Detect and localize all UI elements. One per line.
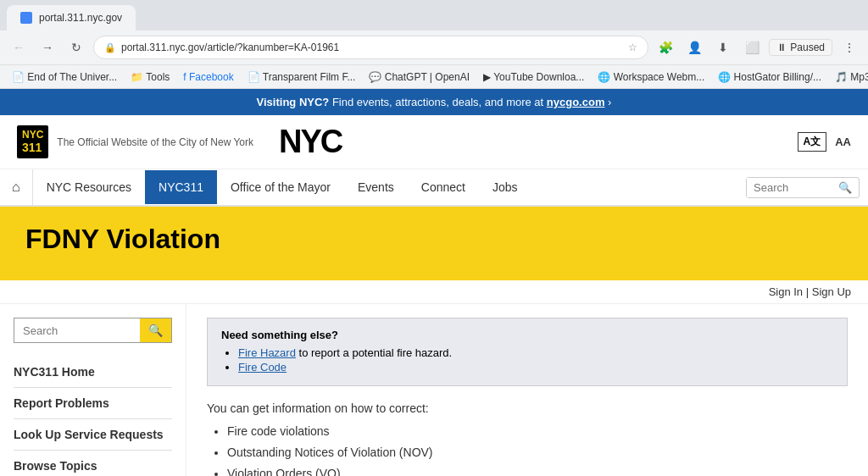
notice-box: Need something else? Fire Hazard to repo… xyxy=(207,318,848,386)
nav-item-nyc311[interactable]: NYC311 xyxy=(145,170,217,204)
nycgo-link[interactable]: nycgo.com xyxy=(547,96,605,108)
nav-item-jobs[interactable]: Jobs xyxy=(479,170,531,204)
browser-chrome: portal.311.nyc.gov ← → ↻ 🔒 portal.311.ny… xyxy=(0,0,868,89)
main-nav: ⌂ NYC Resources NYC311 Office of the May… xyxy=(0,169,868,207)
sidebar-item-browse-topics[interactable]: Browse Topics xyxy=(14,451,172,476)
translate-button[interactable]: A文 xyxy=(798,132,827,152)
bookmark-mp3[interactable]: 🎵 Mp3 Converter - Y... xyxy=(830,69,868,85)
split-button[interactable]: ⬜ xyxy=(740,36,764,59)
info-item-1: Fire code violations xyxy=(227,423,848,440)
tab-title: portal.311.nyc.gov xyxy=(39,12,122,24)
paused-button[interactable]: ⏸ Paused xyxy=(769,39,832,56)
info-list: Fire code violations Outstanding Notices… xyxy=(207,423,848,476)
lock-icon: 🔒 xyxy=(104,42,116,53)
fire-hazard-text: to report a potential fire hazard. xyxy=(299,346,453,359)
official-text: The Official Website of the City of New … xyxy=(57,136,253,148)
bookmark-workspace[interactable]: 🌐 Workspace Webm... xyxy=(593,69,709,85)
intro-text: You can get information on how to correc… xyxy=(207,400,848,476)
fire-code-link[interactable]: Fire Code xyxy=(238,361,287,374)
sidebar: 🔍 NYC311 Home Report Problems Look Up Se… xyxy=(0,304,186,476)
tab-bar: portal.311.nyc.gov xyxy=(0,0,868,30)
page-title: FDNY Violation xyxy=(25,224,843,255)
bookmarks-bar: 📄 End of The Univer... 📁 Tools f Faceboo… xyxy=(0,64,868,88)
address-bar[interactable]: 🔒 portal.311.nyc.gov/article/?kanumber=K… xyxy=(93,36,648,59)
visiting-description: Find events, attractions, deals, and mor… xyxy=(332,96,547,108)
browser-toolbar: ← → ↻ 🔒 portal.311.nyc.gov/article/?kanu… xyxy=(0,30,868,64)
forward-button[interactable]: → xyxy=(36,36,59,59)
paused-label: Paused xyxy=(790,42,825,53)
sidebar-search-button[interactable]: 🔍 xyxy=(140,318,171,342)
header-left: NYC 311 The Official Website of the City… xyxy=(17,124,342,160)
extensions-button[interactable]: 🧩 xyxy=(654,36,677,59)
content-area: 🔍 NYC311 Home Report Problems Look Up Se… xyxy=(0,304,868,476)
sidebar-search-input[interactable] xyxy=(14,319,140,342)
header-right: A文 AA xyxy=(798,132,851,152)
sidebar-search[interactable]: 🔍 xyxy=(14,318,172,343)
sidebar-item-nyc311-home[interactable]: NYC311 Home xyxy=(14,357,172,388)
notice-title: Need something else? xyxy=(221,329,833,341)
reload-button[interactable]: ↻ xyxy=(64,36,88,59)
logo-nyc-text: NYC xyxy=(22,129,43,141)
download-button[interactable]: ⬇ xyxy=(711,36,735,59)
nav-item-connect[interactable]: Connect xyxy=(408,170,479,204)
nyc311-logo[interactable]: NYC 311 xyxy=(17,125,48,158)
url-text: portal.311.nyc.gov/article/?kanumber=KA-… xyxy=(121,42,339,53)
notice-item-fire-hazard: Fire Hazard to report a potential fire h… xyxy=(238,346,833,359)
sign-in-separator: | xyxy=(806,285,809,298)
bookmark-tools[interactable]: 📁 Tools xyxy=(125,69,175,85)
nav-item-events[interactable]: Events xyxy=(344,170,408,204)
sign-in-bar: Sign In | Sign Up xyxy=(0,280,868,304)
visiting-bold: Visiting NYC? xyxy=(257,96,330,108)
text-size-button[interactable]: AA xyxy=(835,136,851,148)
browser-tab[interactable]: portal.311.nyc.gov xyxy=(7,5,136,30)
bookmark-transparent[interactable]: 📄 Transparent Film F... xyxy=(242,69,361,85)
site-header: NYC 311 The Official Website of the City… xyxy=(0,115,868,169)
sidebar-item-look-up-service[interactable]: Look Up Service Requests xyxy=(14,419,172,451)
visiting-bar: Visiting NYC? Find events, attractions, … xyxy=(0,89,868,115)
menu-button[interactable]: ⋮ xyxy=(837,36,861,59)
bookmark-chatgpt[interactable]: 💬 ChatGPT | OpenAI xyxy=(364,69,475,85)
nav-home-button[interactable]: ⌂ xyxy=(0,169,33,205)
nav-search[interactable]: 🔍 xyxy=(746,177,860,198)
info-item-3: Violation Orders (VO) xyxy=(227,465,848,476)
bookmark-hostgator[interactable]: 🌐 HostGator Billing/... xyxy=(713,69,826,85)
nav-search-button[interactable]: 🔍 xyxy=(832,178,859,197)
notice-item-fire-code: Fire Code xyxy=(238,361,833,374)
hero-banner: FDNY Violation xyxy=(0,207,868,280)
bookmark-star-icon[interactable]: ☆ xyxy=(628,42,637,53)
sign-up-link[interactable]: Sign Up xyxy=(812,285,851,298)
visiting-arrow: › xyxy=(608,96,611,108)
profile-button[interactable]: 👤 xyxy=(682,36,706,59)
intro-paragraph: You can get information on how to correc… xyxy=(207,400,848,418)
bookmark-facebook[interactable]: f Facebook xyxy=(178,69,238,85)
fire-hazard-link[interactable]: Fire Hazard xyxy=(238,346,296,359)
back-button[interactable]: ← xyxy=(7,36,31,59)
nyc-logo-big: NYC xyxy=(279,124,342,160)
nav-search-input[interactable] xyxy=(747,178,832,197)
tab-favicon xyxy=(20,12,32,24)
bookmark-youtube[interactable]: ▶ YouTube Downloa... xyxy=(478,69,589,85)
nav-item-office-mayor[interactable]: Office of the Mayor xyxy=(217,170,344,204)
sidebar-item-report-problems[interactable]: Report Problems xyxy=(14,388,172,419)
nav-item-nyc-resources[interactable]: NYC Resources xyxy=(33,170,145,204)
main-content: Need something else? Fire Hazard to repo… xyxy=(186,304,868,476)
sign-in-link[interactable]: Sign In xyxy=(769,285,803,298)
paused-icon: ⏸ xyxy=(776,42,787,53)
bookmark-end-universe[interactable]: 📄 End of The Univer... xyxy=(7,69,122,85)
logo-311-text: 311 xyxy=(22,141,43,155)
info-item-2: Outstanding Notices of Violation (NOV) xyxy=(227,444,848,462)
